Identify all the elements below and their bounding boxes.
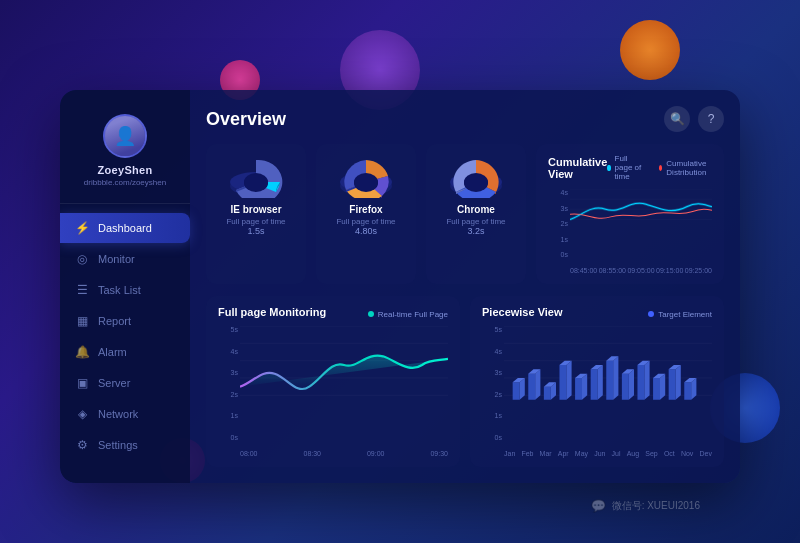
piecewise-card: Piecewise View Target Element 5s 4s 3s 2… (470, 296, 724, 467)
cumulative-card: Cumulative View Full page of time Cumula… (536, 144, 724, 284)
svg-marker-32 (544, 387, 551, 400)
pie-chart-chrome (446, 154, 506, 198)
x-label-5: 09:25:00 (685, 267, 712, 274)
monitoring-legend-dot (368, 311, 374, 317)
svg-marker-41 (591, 369, 598, 399)
tasklist-label: Task List (98, 284, 141, 296)
svg-marker-42 (598, 365, 603, 400)
dashboard-label: Dashboard (98, 222, 152, 234)
svg-marker-59 (684, 382, 691, 399)
monitor-label: Monitor (98, 253, 135, 265)
piecewise-svg (504, 326, 712, 413)
sidebar-item-server[interactable]: ▣ Server (60, 368, 190, 398)
piecewise-chart-area: 5s 4s 3s 2s 1s 0s (482, 326, 712, 457)
alarm-label: Alarm (98, 346, 127, 358)
avatar: 👤 (103, 114, 147, 158)
watermark-text: 微信号: XUEUI2016 (612, 499, 700, 513)
watermark: 💬 微信号: XUEUI2016 (591, 499, 700, 513)
cumulative-x-labels: 08:45:00 08:55:00 09:05:00 09:15:00 09:2… (570, 267, 712, 274)
piecewise-legend-label: Target Element (658, 310, 712, 319)
browser-cards: IE browser Full page of time 1.5s (206, 144, 526, 284)
piecewise-y-labels: 5s 4s 3s 2s 1s 0s (482, 326, 502, 441)
monitor-icon: ◎ (74, 252, 90, 266)
legend-dot-fullpage (607, 165, 610, 171)
server-label: Server (98, 377, 130, 389)
pie-chart-firefox (336, 154, 396, 198)
sidebar-item-tasklist[interactable]: ☰ Task List (60, 275, 190, 305)
monitoring-title: Full page Monitoring (218, 306, 326, 318)
cumulative-title: Cumulative View (548, 156, 607, 180)
piecewise-x-labels: Jan Feb Mar Apr May Jun Jul Aug Sep Oct … (504, 450, 712, 457)
bottom-row: Full page Monitoring Real-time Full Page… (206, 296, 724, 467)
browser-card-chrome: Chrome Full page of time 3.2s (426, 144, 526, 284)
page-title: Overview (206, 109, 286, 130)
cumulative-chart-area: 4s 3s 2s 1s 0s (548, 189, 712, 274)
svg-marker-51 (644, 361, 649, 400)
svg-marker-36 (566, 361, 571, 400)
top-row: IE browser Full page of time 1.5s (206, 144, 724, 284)
firefox-sublabel: Full page of time (336, 217, 395, 226)
svg-marker-45 (613, 356, 618, 399)
sidebar-item-alarm[interactable]: 🔔 Alarm (60, 337, 190, 367)
monitoring-y-labels: 5s 4s 3s 2s 1s 0s (218, 326, 238, 441)
svg-marker-48 (629, 369, 634, 399)
svg-marker-56 (669, 369, 676, 399)
cumulative-svg (570, 189, 712, 230)
legend-label-fullpage: Full page of time (615, 154, 647, 181)
sidebar-item-monitor[interactable]: ◎ Monitor (60, 244, 190, 274)
svg-marker-26 (513, 382, 520, 399)
cumulative-y-labels: 4s 3s 2s 1s 0s (548, 189, 568, 258)
monitoring-svg (240, 326, 448, 413)
ie-value: 1.5s (247, 226, 264, 236)
user-name: ZoeyShen (98, 164, 153, 176)
help-button[interactable]: ? (698, 106, 724, 132)
outer-wrapper: 👤 ZoeyShen dribbble.com/zoeyshen ⚡ Dashb… (0, 0, 800, 543)
y-label-3s: 3s (548, 205, 568, 212)
x-label-3: 09:05:00 (627, 267, 654, 274)
monitoring-x-labels: 08:00 08:30 09:00 09:30 (240, 450, 448, 457)
x-label-1: 08:45:00 (570, 267, 597, 274)
user-profile: 👤 ZoeyShen dribbble.com/zoeyshen (60, 106, 190, 204)
svg-marker-47 (622, 374, 629, 400)
user-handle: dribbble.com/zoeyshen (84, 178, 166, 187)
legend-label-cumulative: Cumulative Distribution (666, 159, 712, 177)
y-label-0s: 0s (548, 251, 568, 258)
wechat-icon: 💬 (591, 499, 606, 513)
svg-point-11 (464, 174, 488, 192)
y-label-4s: 4s (548, 189, 568, 196)
firefox-value: 4.80s (355, 226, 377, 236)
dashboard-icon: ⚡ (74, 221, 90, 235)
chrome-sublabel: Full page of time (446, 217, 505, 226)
monitoring-legend-label: Real-time Full Page (378, 310, 448, 319)
svg-marker-29 (528, 374, 535, 400)
svg-marker-57 (676, 365, 681, 400)
monitoring-header: Full page Monitoring Real-time Full Page (218, 306, 448, 322)
sidebar-item-network[interactable]: ◈ Network (60, 399, 190, 429)
server-icon: ▣ (74, 376, 90, 390)
svg-marker-50 (637, 365, 644, 400)
piecewise-header: Piecewise View Target Element (482, 306, 712, 322)
search-button[interactable]: 🔍 (664, 106, 690, 132)
y-label-2s: 2s (548, 220, 568, 227)
monitoring-legend: Real-time Full Page (368, 310, 448, 319)
blob-orange (620, 20, 680, 80)
sidebar-item-settings[interactable]: ⚙ Settings (60, 430, 190, 460)
firefox-label: Firefox (349, 204, 382, 215)
settings-icon: ⚙ (74, 438, 90, 452)
y-label-1s: 1s (548, 236, 568, 243)
legend-item-fullpage: Full page of time (607, 154, 647, 181)
svg-marker-30 (535, 369, 540, 399)
legend-dot-cumulative (659, 165, 662, 171)
sidebar-item-report[interactable]: ▦ Report (60, 306, 190, 336)
cumulative-header: Cumulative View Full page of time Cumula… (548, 154, 712, 185)
svg-point-7 (354, 174, 378, 192)
x-label-2: 08:55:00 (599, 267, 626, 274)
x-label-4: 09:15:00 (656, 267, 683, 274)
monitoring-card: Full page Monitoring Real-time Full Page… (206, 296, 460, 467)
sidebar-item-dashboard[interactable]: ⚡ Dashboard (60, 213, 190, 243)
settings-label: Settings (98, 439, 138, 451)
svg-marker-39 (582, 374, 587, 400)
ie-sublabel: Full page of time (226, 217, 285, 226)
svg-marker-54 (660, 374, 665, 400)
ie-label: IE browser (230, 204, 281, 215)
